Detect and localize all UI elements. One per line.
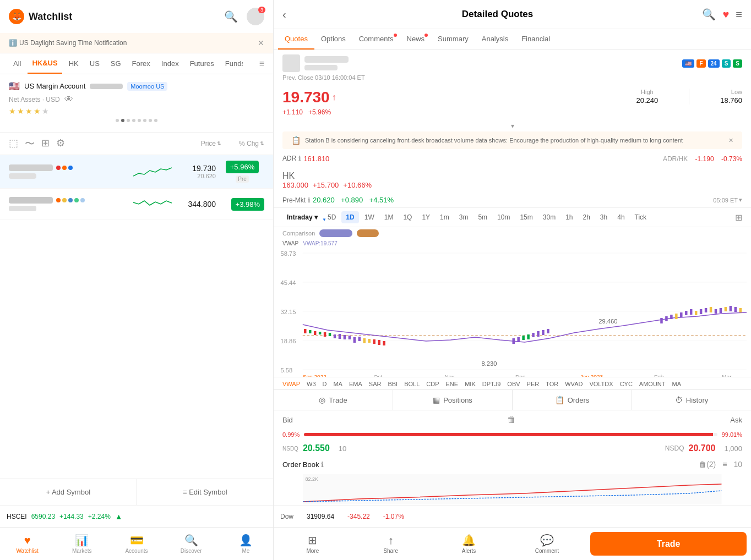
- tab-comments[interactable]: Comments: [352, 29, 400, 50]
- order-book-grid-icon[interactable]: 🗑(2): [699, 460, 716, 469]
- tab-us[interactable]: US: [85, 54, 104, 73]
- time-btn-1d[interactable]: 1D: [341, 211, 358, 223]
- ind-obv[interactable]: OBV: [507, 381, 520, 386]
- expand-price-icon[interactable]: ▾: [274, 119, 751, 131]
- ind-sar[interactable]: SAR: [369, 381, 382, 386]
- tab-hkus[interactable]: HK&US: [28, 53, 62, 74]
- tab-options[interactable]: Options: [314, 29, 352, 50]
- nav-share[interactable]: ↑ Share: [352, 528, 430, 560]
- tab-analysis[interactable]: Analysis: [475, 29, 515, 50]
- tab-index[interactable]: Index: [157, 54, 183, 73]
- time-btn-10min[interactable]: 10m: [493, 211, 514, 223]
- time-btn-1min[interactable]: 1m: [436, 211, 454, 223]
- adr-info-icon[interactable]: ℹ: [298, 155, 301, 162]
- tab-all[interactable]: All: [9, 54, 25, 73]
- ind-ma2[interactable]: MA: [672, 381, 682, 386]
- trade-tab-orders[interactable]: 📋 Orders: [513, 390, 632, 410]
- nav-alerts[interactable]: 🔔 Alerts: [430, 528, 508, 560]
- nav-more[interactable]: ⊞ More: [274, 528, 352, 560]
- nav-comment[interactable]: 💬 Comment: [508, 528, 586, 560]
- ind-ma[interactable]: MA: [333, 381, 342, 386]
- back-button[interactable]: ‹: [282, 8, 286, 21]
- time-btn-3h[interactable]: 3h: [596, 211, 612, 223]
- tab-quotes[interactable]: Quotes: [278, 29, 314, 50]
- nav-accounts[interactable]: 💳 Accounts: [109, 528, 164, 560]
- tab-summary[interactable]: Summary: [431, 29, 475, 50]
- notification-close[interactable]: ✕: [258, 39, 264, 47]
- ind-ema[interactable]: EMA: [349, 381, 362, 386]
- order-book-count-icon[interactable]: 10: [733, 460, 742, 469]
- ind-voltdx[interactable]: VOLTDX: [589, 381, 613, 386]
- tab-news[interactable]: News: [400, 29, 432, 50]
- detail-search-icon[interactable]: 🔍: [702, 8, 716, 21]
- nav-markets[interactable]: 📊 Markets: [55, 528, 109, 560]
- trade-tab-trade[interactable]: ◎ Trade: [274, 390, 393, 410]
- toolbar-copy-icon[interactable]: ⬚: [9, 137, 18, 150]
- eye-icon[interactable]: 👁: [64, 95, 73, 105]
- time-btn-15min[interactable]: 15m: [515, 211, 537, 223]
- time-btn-1q[interactable]: 1Q: [399, 211, 416, 223]
- ind-vwap[interactable]: VWAP: [282, 381, 300, 386]
- tab-financial[interactable]: Financial: [515, 29, 557, 50]
- trade-tab-history[interactable]: ⏱ History: [632, 390, 751, 410]
- tab-forex[interactable]: Forex: [128, 54, 155, 73]
- toolbar-grid-icon[interactable]: ⊞: [41, 137, 50, 150]
- toolbar-settings-icon[interactable]: ⚙: [56, 137, 65, 150]
- chart-expand-icon[interactable]: ⊞: [735, 212, 742, 223]
- broker-badge[interactable]: Moomoo US: [127, 82, 167, 91]
- time-btn-2h[interactable]: 2h: [578, 211, 594, 223]
- trade-tab-positions[interactable]: ▦ Positions: [393, 390, 513, 410]
- time-btn-1w[interactable]: 1W: [360, 211, 379, 223]
- tab-sg[interactable]: SG: [106, 54, 126, 73]
- nav-discover[interactable]: 🔍 Discover: [164, 528, 219, 560]
- ind-ene[interactable]: ENE: [446, 381, 459, 386]
- ind-boll[interactable]: BOLL: [404, 381, 420, 386]
- ind-per[interactable]: PER: [527, 381, 540, 386]
- tab-futures[interactable]: Futures: [186, 54, 219, 73]
- nav-watchlist[interactable]: ♥ Watchlist: [0, 528, 55, 560]
- ind-amount[interactable]: AMOUNT: [639, 381, 666, 386]
- ind-wvad[interactable]: WVAD: [565, 381, 583, 386]
- ind-d[interactable]: D: [323, 381, 327, 386]
- time-btn-3min[interactable]: 3m: [455, 211, 473, 223]
- order-book-list-icon[interactable]: ≡: [722, 460, 727, 469]
- ind-w3[interactable]: W3: [307, 381, 316, 386]
- ind-dptj9[interactable]: DPTJ9: [482, 381, 501, 386]
- add-symbol-button[interactable]: + Add Symbol: [0, 479, 137, 505]
- time-btn-tick[interactable]: Tick: [630, 211, 651, 223]
- price-sort-icon[interactable]: ⇅: [217, 141, 221, 146]
- time-btn-intraday[interactable]: Intraday ▾: [282, 211, 322, 223]
- tabs-more-icon[interactable]: ≡: [259, 59, 264, 69]
- nav-me[interactable]: 👤 Me: [219, 528, 273, 560]
- time-btn-30min[interactable]: 30m: [538, 211, 560, 223]
- ind-cyc[interactable]: CYC: [620, 381, 633, 386]
- ind-bbi[interactable]: BBI: [388, 381, 398, 386]
- chart-area[interactable]: 58.73 45.44 32.15 18.86 5.58 29.460: [274, 248, 751, 377]
- stock-item-1[interactable]: 19.730 20.620 +5.96% Pre: [0, 155, 273, 189]
- more-menu-icon[interactable]: ≡: [736, 8, 742, 21]
- ind-cdp[interactable]: CDP: [426, 381, 439, 386]
- tab-funds[interactable]: Funds: [221, 54, 243, 73]
- time-btn-1m[interactable]: 1M: [380, 211, 398, 223]
- time-btn-5min[interactable]: 5m: [474, 211, 492, 223]
- order-book-info-icon[interactable]: ℹ: [321, 460, 324, 469]
- pct-sort-icon[interactable]: ⇅: [260, 141, 264, 146]
- stock-item-2[interactable]: 344.800 +3.98%: [0, 189, 273, 219]
- time-btn-1y[interactable]: 1Y: [417, 211, 434, 223]
- ind-mik[interactable]: MIK: [465, 381, 476, 386]
- avatar-badge[interactable]: 3: [247, 8, 264, 25]
- delete-depth-icon[interactable]: 🗑: [507, 415, 516, 425]
- favorite-icon[interactable]: ♥: [722, 8, 729, 21]
- time-btn-4h[interactable]: 4h: [613, 211, 629, 223]
- time-btn-1h[interactable]: 1h: [561, 211, 577, 223]
- pre-mkt-info-icon[interactable]: ℹ: [308, 196, 311, 204]
- pre-mkt-expand-icon[interactable]: ▾: [739, 196, 742, 204]
- comparison-tag-1[interactable]: [319, 229, 352, 237]
- trade-button[interactable]: Trade: [590, 532, 747, 556]
- edit-symbol-button[interactable]: ≡ Edit Symbol: [137, 479, 274, 505]
- news-banner-close[interactable]: ✕: [728, 137, 733, 144]
- tab-hk[interactable]: HK: [64, 54, 83, 73]
- ind-tor[interactable]: TOR: [546, 381, 558, 386]
- toolbar-chart-icon[interactable]: 〜: [25, 137, 35, 150]
- search-icon[interactable]: 🔍: [224, 10, 238, 23]
